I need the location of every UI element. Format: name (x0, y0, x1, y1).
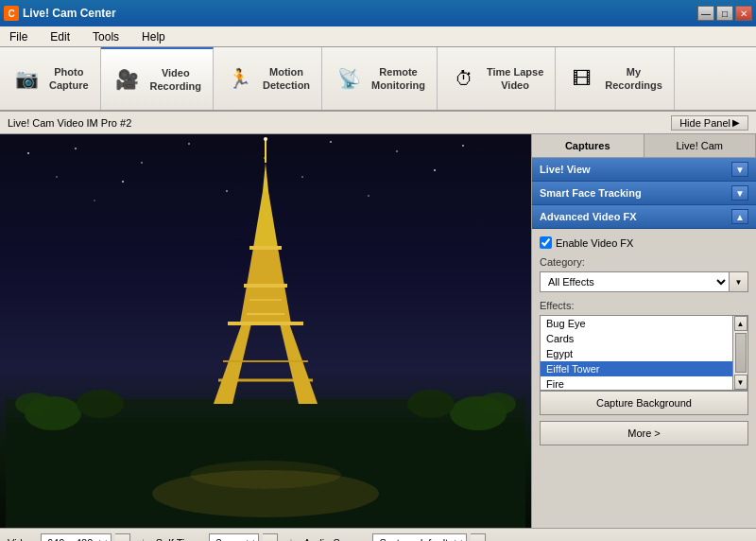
title-bar: C Live! Cam Center — □ ✕ (0, 0, 756, 26)
effect-eiffel-tower[interactable]: Eiffel Tower (541, 361, 732, 376)
minimize-button[interactable]: — (697, 6, 714, 21)
menu-file[interactable]: File (4, 28, 33, 45)
smart-face-tracking-toggle-button[interactable]: ▼ (731, 185, 748, 201)
main-content: Captures Live! Cam Live! View ▼ Smart Fa… (0, 134, 756, 528)
capture-background-button[interactable]: Capture Background (540, 391, 748, 415)
advanced-video-fx-label: Advanced Video FX (540, 211, 637, 222)
hide-panel-arrow-icon: ▶ (732, 117, 740, 128)
tab-remote-monitoring[interactable]: 📡 RemoteMonitoring (322, 47, 438, 110)
self-timer-control: Self Timer: 3 sec ▼ (156, 533, 279, 542)
category-select[interactable]: All Effects (540, 271, 730, 292)
svg-marker-31 (247, 248, 284, 286)
live-view-section-header[interactable]: Live! View ▼ (532, 158, 756, 182)
svg-point-19 (15, 393, 53, 415)
camera-label: Live! Cam Video IM Pro #2 (8, 117, 131, 129)
tab-video-recording[interactable]: 🎥 VideoRecording (101, 47, 214, 110)
close-button[interactable]: ✕ (735, 6, 752, 21)
advanced-video-fx-arrow-icon: ▲ (735, 212, 745, 222)
camera-label-bar: Live! Cam Video IM Pro #2 Hide Panel ▶ (0, 112, 756, 134)
smart-face-tracking-label: Smart Face Tracking (540, 187, 642, 199)
separator-1: | (142, 537, 145, 542)
more-button[interactable]: More > (540, 421, 748, 445)
effects-list-inner: Bug Eye Cards Egypt Eiffel Tower Fire (541, 316, 747, 391)
effects-list-container: Bug Eye Cards Egypt Eiffel Tower Fire ▲ … (540, 315, 748, 391)
video-size-arrow-icon[interactable]: ▼ (115, 533, 130, 542)
effect-cards[interactable]: Cards (541, 331, 732, 346)
effects-scrollbar: ▲ ▼ (732, 316, 747, 390)
tab-motion-label: MotionDetection (263, 65, 310, 93)
svg-point-18 (77, 390, 124, 418)
panel-tabs: Captures Live! Cam (532, 134, 756, 158)
motion-icon: 🏃 (225, 63, 255, 94)
advanced-video-fx-section-header[interactable]: Advanced Video FX ▲ (532, 205, 756, 229)
svg-marker-32 (253, 191, 278, 248)
effect-fire[interactable]: Fire (541, 376, 732, 391)
effects-list: Bug Eye Cards Egypt Eiffel Tower Fire (541, 316, 732, 391)
scroll-up-button[interactable]: ▲ (734, 316, 747, 331)
svg-marker-37 (280, 323, 318, 404)
video-fx-content: Enable Video FX Category: All Effects ▼ … (532, 229, 756, 459)
video-preview (0, 134, 531, 528)
bottom-bar: Video: 640 x 480 ▼ | Self Timer: 3 sec ▼… (0, 528, 756, 541)
svg-marker-33 (263, 163, 268, 191)
category-dropdown-arrow-icon[interactable]: ▼ (730, 271, 748, 292)
timelapse-icon: ⏱ (449, 63, 479, 94)
tab-captures-label: Captures (565, 140, 610, 151)
enable-video-fx-row: Enable Video FX (540, 236, 748, 249)
video-icon: 🎥 (112, 64, 143, 95)
tab-timelapse-label: Time LapseVideo (487, 65, 543, 93)
audio-source-arrow-icon[interactable]: ▼ (471, 533, 486, 542)
svg-point-41 (190, 461, 341, 489)
smart-face-tracking-section-header[interactable]: Smart Face Tracking ▼ (532, 182, 756, 205)
live-view-toggle-button[interactable]: ▼ (731, 162, 748, 177)
effect-bug-eye[interactable]: Bug Eye (541, 316, 732, 331)
category-label: Category: (540, 256, 748, 268)
tab-recordings-label: MyRecordings (605, 65, 662, 93)
video-area (0, 134, 531, 528)
video-control: Video: 640 x 480 ▼ (8, 533, 130, 542)
remote-icon: 📡 (334, 63, 364, 94)
recordings-icon: 🎞 (567, 63, 597, 94)
live-view-arrow-icon: ▼ (735, 165, 745, 175)
toolbar: 📷 PhotoCapture 🎥 VideoRecording 🏃 Motion… (0, 47, 756, 112)
self-timer-arrow-icon[interactable]: ▼ (263, 533, 278, 542)
maximize-button[interactable]: □ (716, 6, 733, 21)
menu-edit[interactable]: Edit (44, 28, 76, 45)
audio-source-control: Audio Source: System default ▼ (303, 533, 486, 542)
photo-icon: 📷 (11, 63, 42, 94)
category-dropdown-row: All Effects ▼ (540, 271, 748, 292)
video-size-select[interactable]: 640 x 480 (41, 533, 112, 542)
tab-time-lapse[interactable]: ⏱ Time LapseVideo (438, 47, 556, 110)
effects-list-box: Bug Eye Cards Egypt Eiffel Tower Fire ▲ … (540, 315, 748, 391)
enable-video-fx-label: Enable Video FX (556, 237, 633, 249)
tab-my-recordings[interactable]: 🎞 MyRecordings (556, 47, 675, 110)
svg-rect-38 (228, 322, 303, 325)
effects-label: Effects: (540, 300, 748, 311)
hide-panel-label: Hide Panel (679, 117, 730, 129)
menu-tools[interactable]: Tools (87, 28, 125, 45)
scroll-down-button[interactable]: ▼ (734, 375, 747, 390)
svg-marker-36 (214, 323, 251, 404)
eiffel-tower-svg (0, 134, 531, 528)
live-view-label: Live! View (540, 164, 591, 175)
tab-motion-detection[interactable]: 🏃 MotionDetection (214, 47, 322, 110)
tab-livecam[interactable]: Live! Cam (644, 134, 757, 157)
tab-photo-capture[interactable]: 📷 PhotoCapture (0, 47, 101, 110)
self-timer-select[interactable]: 3 sec (209, 533, 259, 542)
smart-face-arrow-icon: ▼ (735, 188, 745, 199)
effect-egypt[interactable]: Egypt (541, 346, 732, 361)
svg-point-21 (407, 390, 455, 418)
hide-panel-button[interactable]: Hide Panel ▶ (671, 115, 748, 131)
menu-bar: File Edit Tools Help (0, 26, 756, 47)
svg-rect-39 (244, 284, 287, 288)
advanced-video-fx-toggle-button[interactable]: ▲ (731, 209, 748, 224)
scroll-thumb[interactable] (735, 333, 747, 373)
tab-video-label: VideoRecording (150, 66, 201, 94)
right-panel: Captures Live! Cam Live! View ▼ Smart Fa… (531, 134, 756, 528)
tab-captures[interactable]: Captures (532, 134, 644, 157)
svg-point-22 (478, 393, 516, 415)
menu-help[interactable]: Help (136, 28, 171, 45)
enable-video-fx-checkbox[interactable] (540, 236, 552, 249)
svg-marker-28 (240, 286, 291, 323)
audio-source-select[interactable]: System default (372, 533, 467, 542)
